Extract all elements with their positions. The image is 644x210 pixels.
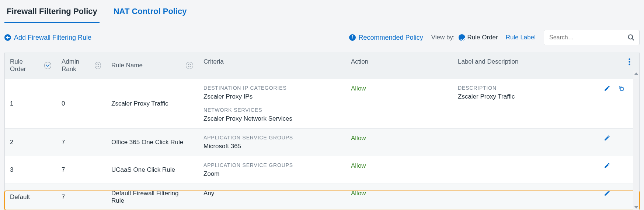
edit-rule-icon[interactable] <box>604 190 610 198</box>
radio-checked-icon <box>459 34 465 41</box>
tabs-bar: Firewall Filtering Policy NAT Control Po… <box>0 0 644 23</box>
table-row: 37UCaaS One Click RuleAPPLICATION SERVIC… <box>5 156 639 184</box>
cell-admin-rank: 7 <box>56 184 106 210</box>
cell-action: Allow <box>346 79 453 128</box>
table-row: Default7Default Firewall Filtering RuleA… <box>5 184 639 210</box>
tab-firewall-filtering-label: Firewall Filtering Policy <box>7 7 97 16</box>
pipe-divider <box>502 33 502 42</box>
svg-point-4 <box>629 64 630 65</box>
sort-rule-name-icon[interactable] <box>186 62 193 69</box>
svg-point-3 <box>629 61 630 63</box>
info-circle-icon: i <box>349 34 356 41</box>
tab-nat-control[interactable]: NAT Control Policy <box>111 0 189 23</box>
cell-rule-order: 1 <box>5 79 56 128</box>
view-by-rule-label-radio[interactable]: Rule Label <box>506 34 536 41</box>
action-allow: Allow <box>351 190 366 197</box>
criteria-value: Zoom <box>203 170 341 178</box>
cell-admin-rank: 0 <box>56 79 106 128</box>
criteria-value: Zscaler Proxy Network Services <box>203 115 341 122</box>
svg-point-0 <box>629 35 633 39</box>
copy-rule-icon[interactable] <box>618 85 624 93</box>
scroll-up-arrow-icon[interactable] <box>633 71 639 76</box>
header-label-description: Label and Description <box>458 58 518 65</box>
cell-rule-name: Office 365 One Click Rule <box>106 129 198 156</box>
scroll-down-arrow-icon[interactable] <box>633 204 639 210</box>
search-box[interactable] <box>544 30 640 45</box>
edit-rule-icon[interactable] <box>604 162 610 171</box>
cell-admin-rank: 7 <box>56 156 106 184</box>
cell-rule-name: Zscaler Proxy Traffic <box>106 79 198 128</box>
criteria-value: Zscaler Proxy IPs <box>203 93 341 100</box>
svg-line-1 <box>632 39 634 40</box>
view-by-rule-order-radio[interactable]: Rule Order <box>459 34 498 41</box>
table-row: 27Office 365 One Click RuleAPPLICATION S… <box>5 129 639 156</box>
description-label: DESCRIPTION <box>458 85 593 91</box>
header-rule-name[interactable]: Rule Name <box>111 62 143 69</box>
view-by-rule-order-label: Rule Order <box>467 34 498 41</box>
view-by-group: View by: Rule Order Rule Label <box>431 33 536 42</box>
tab-firewall-filtering[interactable]: Firewall Filtering Policy <box>4 0 100 23</box>
svg-point-2 <box>629 58 630 60</box>
cell-label-description <box>453 156 599 184</box>
add-firewall-rule-label: Add Firewall Filtering Rule <box>14 34 91 42</box>
cell-label-description: DESCRIPTIONZscaler Proxy Traffic <box>453 79 599 128</box>
criteria-label: APPLICATION SERVICE GROUPS <box>203 162 341 168</box>
header-admin-rank[interactable]: Admin Rank <box>62 58 90 73</box>
criteria-value: Microsoft 365 <box>203 143 341 150</box>
criteria-label: APPLICATION SERVICE GROUPS <box>203 135 341 140</box>
table-row: 10Zscaler Proxy TrafficDESTINATION IP CA… <box>5 79 639 129</box>
sort-admin-rank-icon[interactable] <box>95 62 101 69</box>
vertical-scrollbar[interactable] <box>633 71 639 210</box>
add-firewall-rule-button[interactable]: Add Firewall Filtering Rule <box>4 34 91 42</box>
header-action: Action <box>351 58 368 65</box>
table-body: 10Zscaler Proxy TrafficDESTINATION IP CA… <box>5 79 639 210</box>
header-rule-order[interactable]: Rule Order <box>10 58 40 73</box>
header-criteria: Criteria <box>203 58 224 65</box>
view-by-label: View by: <box>431 34 455 41</box>
search-icon <box>627 34 635 41</box>
action-allow: Allow <box>351 135 366 142</box>
search-input[interactable] <box>549 34 624 41</box>
sort-rule-order-icon[interactable] <box>44 62 51 69</box>
action-allow: Allow <box>351 85 366 92</box>
edit-rule-icon[interactable] <box>604 135 610 143</box>
rules-table: Rule Order Admin Rank Rule Name Criteria… <box>4 52 640 210</box>
table-settings-kebab-icon[interactable] <box>625 58 634 67</box>
svg-rect-5 <box>620 88 623 90</box>
tab-nat-control-label: NAT Control Policy <box>114 7 187 16</box>
criteria-label: NETWORK SERVICES <box>203 107 341 113</box>
cell-criteria: APPLICATION SERVICE GROUPSZoom <box>198 156 346 184</box>
criteria-value: Any <box>203 190 341 197</box>
criteria-label: DESTINATION IP CATEGORIES <box>203 85 341 91</box>
cell-rule-name: UCaaS One Click Rule <box>106 156 198 184</box>
cell-rule-order: 2 <box>5 129 56 156</box>
action-allow: Allow <box>351 162 366 169</box>
toolbar: Add Firewall Filtering Rule i Recommende… <box>0 23 644 52</box>
cell-label-description <box>453 129 599 156</box>
cell-criteria: Any <box>198 184 346 210</box>
view-by-rule-label-label: Rule Label <box>506 34 536 41</box>
cell-label-description <box>453 184 599 210</box>
plus-circle-icon <box>4 34 11 41</box>
cell-action: Allow <box>346 129 453 156</box>
cell-rule-name: Default Firewall Filtering Rule <box>106 184 198 210</box>
edit-rule-icon[interactable] <box>604 85 610 93</box>
table-header-row: Rule Order Admin Rank Rule Name Criteria… <box>5 52 639 79</box>
cell-rule-order: Default <box>5 184 56 210</box>
recommended-policy-label: Recommended Policy <box>359 34 423 42</box>
cell-criteria: APPLICATION SERVICE GROUPSMicrosoft 365 <box>198 129 346 156</box>
cell-action: Allow <box>346 156 453 184</box>
description-value: Zscaler Proxy Traffic <box>458 93 593 100</box>
recommended-policy-link[interactable]: i Recommended Policy <box>349 34 423 42</box>
cell-action: Allow <box>346 184 453 210</box>
cell-admin-rank: 7 <box>56 129 106 156</box>
cell-criteria: DESTINATION IP CATEGORIESZscaler Proxy I… <box>198 79 346 128</box>
cell-rule-order: 3 <box>5 156 56 184</box>
